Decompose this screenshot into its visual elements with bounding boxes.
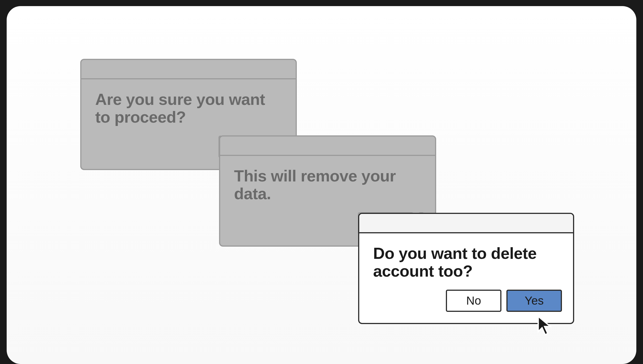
dialog-message: This will remove your data. — [234, 167, 421, 203]
yes-button[interactable]: Yes — [506, 290, 562, 312]
dialog-body: Do you want to delete account too? — [359, 233, 573, 290]
no-button[interactable]: No — [446, 290, 501, 312]
dialog-button-row: No Yes — [359, 290, 573, 323]
dialog-titlebar — [359, 214, 573, 233]
dialog-message: Are you sure you want to proceed? — [95, 90, 282, 126]
dialog-body: Are you sure you want to proceed? — [81, 79, 296, 136]
dialog-message: Do you want to delete account too? — [373, 244, 559, 280]
dialog-delete-account: Do you want to delete account too? No Ye… — [358, 213, 574, 324]
dialog-titlebar — [220, 136, 435, 156]
canvas-background: Are you sure you want to proceed? No Thi… — [7, 6, 636, 364]
dialog-body: This will remove your data. — [220, 156, 435, 212]
dialog-titlebar — [81, 60, 296, 79]
